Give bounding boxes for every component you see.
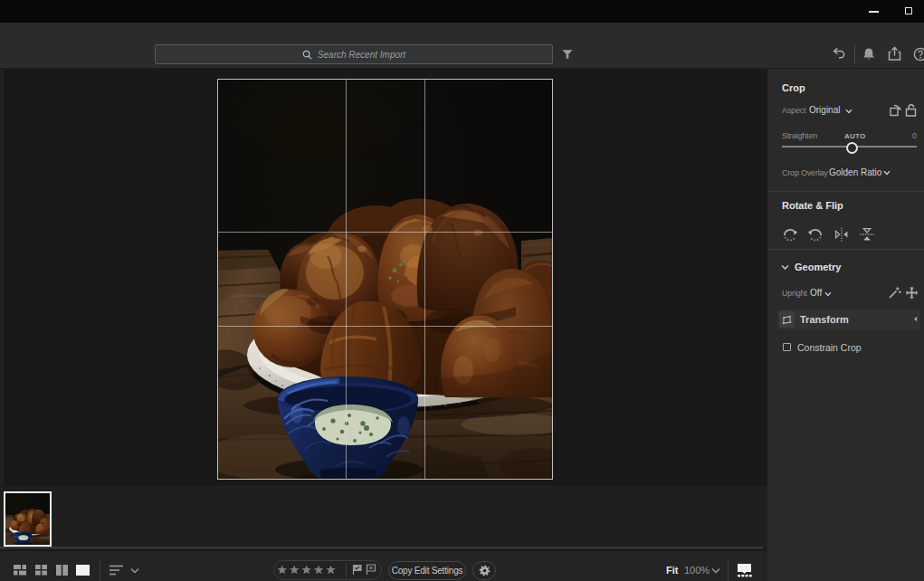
svg-text:mydailysourdough: mydailysourdough <box>230 292 271 298</box>
